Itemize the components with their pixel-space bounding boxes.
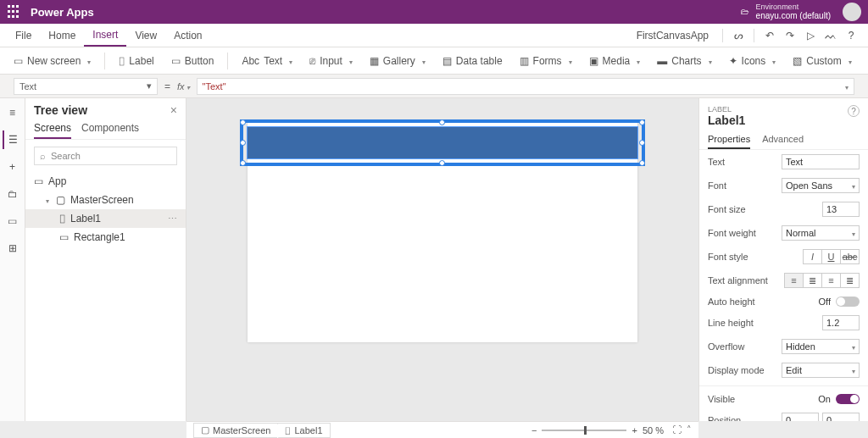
charts-button[interactable]: ▬ Charts — [650, 51, 718, 71]
prop-position-label: Position — [708, 415, 741, 421]
tree-app[interactable]: ▭ App — [25, 172, 186, 191]
text-icon: Abc — [242, 55, 259, 67]
prop-fontsize-input[interactable]: 13 — [822, 202, 860, 217]
menu-insert[interactable]: Insert — [84, 24, 126, 47]
zoom-in-button[interactable]: + — [632, 425, 637, 435]
data-icon[interactable]: 🗀 — [3, 185, 22, 203]
menu-home[interactable]: Home — [40, 24, 84, 47]
properties-panel: ? LABEL Label1 Properties Advanced Text … — [698, 98, 868, 421]
share-icon[interactable]: ᨓ — [821, 25, 841, 46]
prop-fontweight-label: Font weight — [708, 228, 756, 238]
prop-lineheight-input[interactable]: 1.2 — [822, 315, 860, 330]
label-control[interactable] — [247, 126, 638, 159]
label-button[interactable]: ⌷ Label — [112, 51, 160, 71]
tab-screens[interactable]: Screens — [34, 122, 71, 139]
tab-components[interactable]: Components — [81, 122, 139, 139]
datatable-button[interactable]: ▤ Data table — [436, 51, 509, 71]
prop-text-label: Text — [708, 157, 725, 167]
hamburger-icon[interactable]: ≡ — [3, 103, 22, 122]
strike-button[interactable]: abc — [840, 249, 860, 264]
menu-view[interactable]: View — [126, 24, 165, 47]
env-label: Environment — [756, 3, 831, 12]
zoom-slider[interactable] — [542, 430, 626, 431]
close-icon[interactable]: × — [170, 103, 177, 117]
autoheight-toggle[interactable] — [836, 297, 860, 307]
prop-display-select[interactable]: Edit — [782, 363, 860, 378]
pos-x-input[interactable]: 0 — [782, 413, 819, 421]
prop-fontweight-select[interactable]: Normal — [782, 225, 860, 241]
app-launcher-icon[interactable] — [7, 4, 22, 19]
user-avatar[interactable] — [843, 3, 861, 21]
prop-visible-label: Visible — [708, 394, 735, 404]
advanced-tools-icon[interactable]: ⊞ — [3, 239, 22, 258]
selected-element[interactable] — [240, 119, 645, 166]
chevron-down-icon[interactable] — [46, 194, 51, 206]
resize-handle[interactable] — [240, 160, 246, 166]
align-center-button[interactable]: ≣ — [803, 273, 822, 288]
pos-y-input[interactable]: 0 — [822, 413, 860, 421]
align-justify-button[interactable]: ≣ — [840, 273, 860, 288]
zoom-out-button[interactable]: − — [531, 425, 537, 435]
insert-icon[interactable]: + — [3, 158, 22, 176]
prop-overflow-select[interactable]: Hidden — [782, 339, 860, 354]
media-button[interactable]: ▣ Media — [582, 51, 648, 71]
custom-button[interactable]: ▧ Custom — [786, 51, 858, 71]
more-icon[interactable]: ⋯ — [168, 213, 177, 225]
redo-icon[interactable]: ↷ — [780, 25, 800, 46]
help-icon[interactable]: ? — [848, 105, 860, 117]
tab-advanced[interactable]: Advanced — [762, 134, 804, 149]
underline-button[interactable]: U — [821, 249, 841, 264]
new-screen-button[interactable]: ▭ New screen — [7, 51, 97, 71]
resize-handle[interactable] — [240, 140, 246, 146]
resize-handle[interactable] — [439, 160, 445, 166]
environment-picker[interactable]: 🗁 Environment enayu.com (default) — [741, 3, 831, 21]
menu-action[interactable]: Action — [165, 24, 210, 47]
text-button[interactable]: Abc Text — [235, 51, 299, 71]
help-icon[interactable]: ? — [841, 25, 861, 46]
fx-icon[interactable]: fx — [177, 81, 190, 91]
resize-handle[interactable] — [639, 119, 645, 125]
tree-label-selected[interactable]: ⌷ Label1 ⋯ — [25, 209, 186, 228]
button-button[interactable]: ▭ Button — [164, 51, 221, 71]
icons-button[interactable]: ✦ Icons — [722, 51, 783, 71]
input-button[interactable]: ⎚ Input — [303, 51, 359, 71]
prop-text-input[interactable]: Text — [782, 154, 860, 169]
property-selector[interactable]: Text▾ — [14, 78, 158, 95]
app-checker-icon[interactable]: ᔕ — [728, 25, 748, 46]
align-left-button[interactable]: ≡ — [784, 273, 804, 288]
visible-toggle[interactable] — [836, 394, 860, 404]
search-input[interactable]: ⌕ Search — [34, 147, 177, 165]
forms-button[interactable]: ▥ Forms — [513, 51, 579, 71]
canvas[interactable] — [186, 98, 698, 421]
gallery-button[interactable]: ▦ Gallery — [363, 51, 432, 71]
chevron-up-icon[interactable]: ˄ — [687, 424, 692, 435]
control-name[interactable]: Label1 — [708, 114, 860, 127]
align-right-button[interactable]: ≡ — [821, 273, 841, 288]
tree-view-icon[interactable]: ☰ — [3, 130, 21, 149]
tree-screen[interactable]: ▢ MasterScreen — [25, 191, 186, 209]
menu-file[interactable]: File — [7, 24, 40, 47]
status-bar: ▢ MasterScreen ⌷ Label1 − + 50 % ⛶ ˄ — [186, 421, 698, 438]
prop-display-label: Display mode — [708, 365, 765, 375]
zoom-value: 50 % — [643, 425, 664, 435]
formula-input[interactable]: "Text" — [197, 78, 854, 95]
prop-font-select[interactable]: Open Sans — [782, 178, 860, 193]
breadcrumb-label[interactable]: ⌷ Label1 — [277, 423, 330, 438]
fit-icon[interactable]: ⛶ — [672, 424, 682, 435]
tab-properties[interactable]: Properties — [708, 134, 750, 149]
breadcrumb-screen[interactable]: ▢ MasterScreen — [193, 423, 278, 438]
resize-handle[interactable] — [240, 119, 246, 125]
menu-bar: File Home Insert View Action FirstCanvas… — [0, 24, 868, 47]
resize-handle[interactable] — [439, 119, 445, 125]
resize-handle[interactable] — [639, 160, 645, 166]
play-icon[interactable]: ▷ — [800, 25, 821, 46]
undo-icon[interactable]: ↶ — [760, 25, 780, 46]
left-rail: ≡ ☰ + 🗀 ▭ ⊞ — [0, 98, 25, 421]
tree-rectangle[interactable]: ▭ Rectangle1 — [25, 228, 186, 247]
resize-handle[interactable] — [639, 140, 645, 146]
tree-panel: Tree view × Screens Components ⌕ Search … — [25, 98, 186, 421]
media-rail-icon[interactable]: ▭ — [3, 212, 22, 230]
app-header: Power Apps 🗁 Environment enayu.com (defa… — [0, 0, 868, 24]
icons-icon: ✦ — [729, 55, 737, 67]
italic-button[interactable]: I — [803, 249, 822, 264]
